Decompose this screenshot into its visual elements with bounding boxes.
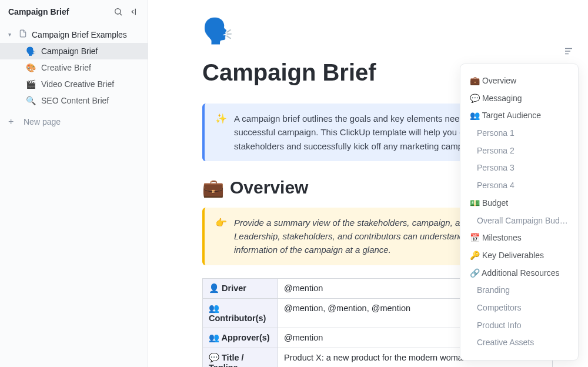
- page-tree: ▾ Campaign Brief Examples 🗣️Campaign Bri…: [0, 24, 148, 134]
- svg-line-1: [120, 14, 122, 15]
- row-label[interactable]: 👥 Contributor(s): [203, 298, 278, 328]
- row-label[interactable]: 💬 Title / Tagline: [203, 348, 278, 367]
- main-content: 🗣️ Campaign Brief ✨ A campaign brief out…: [148, 0, 588, 367]
- toc-item[interactable]: Persona 4: [460, 177, 578, 195]
- sidebar-item-icon: 🔍: [26, 96, 35, 105]
- sidebar: Campaign Brief ▾ Campaign Brief Examples…: [0, 0, 148, 367]
- sidebar-item-icon: 🎨: [26, 63, 35, 72]
- sidebar-root-item[interactable]: ▾ Campaign Brief Examples: [0, 26, 148, 43]
- sidebar-item[interactable]: 🎬Video Creative Brief: [0, 76, 148, 92]
- sidebar-item-icon: 🎬: [26, 79, 35, 89]
- plus-icon: +: [8, 117, 16, 126]
- toc-item[interactable]: 💬 Messaging: [460, 90, 578, 108]
- sidebar-item-label: Campaign Brief: [41, 46, 98, 56]
- sidebar-item-label: Creative Brief: [41, 63, 91, 72]
- collapse-sidebar-icon[interactable]: [130, 7, 139, 16]
- toc-item[interactable]: Persona 2: [460, 142, 578, 160]
- toc-item[interactable]: 🔗 Additional Resources: [460, 265, 578, 282]
- workspace-title: Campaign Brief: [8, 7, 69, 16]
- new-page-label: New page: [24, 117, 61, 126]
- sidebar-item[interactable]: 🎨Creative Brief: [0, 59, 148, 76]
- row-label[interactable]: 👥 Approver(s): [203, 328, 278, 348]
- toc-toggle-icon[interactable]: [563, 46, 574, 58]
- sidebar-header: Campaign Brief: [0, 0, 148, 24]
- svg-point-0: [115, 9, 121, 14]
- toc-panel: 💼 Overview💬 Messaging👥 Target AudiencePe…: [460, 64, 579, 361]
- doc-icon: [19, 29, 27, 39]
- new-page-button[interactable]: + New page: [0, 112, 148, 131]
- toc-item[interactable]: Overall Campaign Budget: $3,…: [460, 212, 578, 230]
- toc-item[interactable]: Competitors: [460, 299, 578, 317]
- toc-item[interactable]: Persona 3: [460, 159, 578, 177]
- toc-item[interactable]: 🔑 Key Deliverables: [460, 247, 578, 265]
- sidebar-item[interactable]: 🗣️Campaign Brief: [0, 43, 148, 59]
- overview-heading-text: Overview: [230, 178, 308, 198]
- sparkle-icon: ✨: [215, 112, 227, 153]
- toc-item[interactable]: 📅 Milestones: [460, 229, 578, 247]
- toc-item[interactable]: Branding: [460, 282, 578, 299]
- toc-item[interactable]: 💼 Overview: [460, 72, 578, 90]
- toc-item[interactable]: 💵 Budget: [460, 195, 578, 212]
- pointing-icon: 👉: [215, 216, 227, 257]
- chevron-down-icon[interactable]: ▾: [8, 31, 14, 38]
- search-icon[interactable]: [113, 7, 123, 16]
- sidebar-item-label: Video Creative Brief: [41, 79, 114, 89]
- sidebar-root-label: Campaign Brief Examples: [32, 30, 127, 39]
- sidebar-item-label: SEO Content Brief: [41, 96, 109, 105]
- toc-item[interactable]: Persona 1: [460, 125, 578, 142]
- list-item[interactable]: "The hardest-working product for X": [300, 365, 546, 368]
- sidebar-item[interactable]: 🔍SEO Content Brief: [0, 92, 148, 109]
- sidebar-item-icon: 🗣️: [26, 46, 35, 56]
- row-label[interactable]: 👤 Driver: [203, 278, 278, 298]
- toc-item[interactable]: Creative Assets: [460, 334, 578, 352]
- toc-item[interactable]: 👥 Target Audience: [460, 107, 578, 125]
- page-icon[interactable]: 🗣️: [202, 16, 553, 45]
- briefcase-icon: 💼: [202, 178, 224, 198]
- toc-item[interactable]: Product Info: [460, 317, 578, 335]
